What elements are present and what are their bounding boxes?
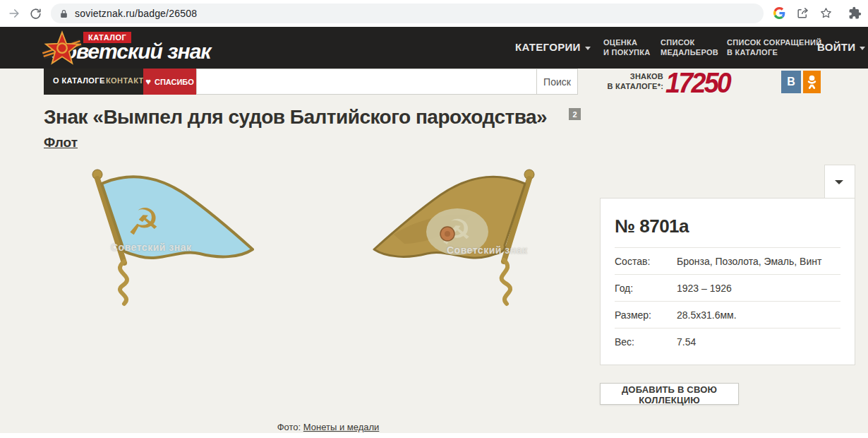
order-star-icon [42, 30, 82, 69]
caret-down-icon [835, 180, 843, 184]
share-icon[interactable] [795, 5, 810, 20]
info-row-material: Состав: Бронза, Позолота, Эмаль, Винт [615, 247, 840, 274]
photo-credit-link[interactable]: Монеты и медали [303, 422, 380, 432]
nav-abbreviations-list[interactable]: СПИСОК СОКРАЩЕНИЙВ КАТАЛОГЕ [727, 37, 821, 57]
nav-medalists-list[interactable]: СПИСОКМЕДАЛЬЕРОВ [661, 37, 718, 57]
forward-icon[interactable] [6, 5, 23, 22]
badge-counter-label: ЗНАКОВ В КАТАЛОГЕ*: [596, 71, 663, 91]
chevron-down-icon [860, 47, 865, 50]
variant-count-badge: 2 [569, 108, 581, 120]
subnav-thanks-button[interactable]: ♥ СПАСИБО [143, 69, 196, 95]
watermark-text: Советский знак [111, 242, 191, 253]
bookmark-star-icon[interactable] [818, 5, 833, 20]
info-row-weight: Вес: 7.54 [615, 328, 840, 355]
badge-photo-obverse[interactable]: ☭ Советский знак [78, 164, 311, 309]
extensions-puzzle-icon[interactable] [847, 5, 862, 20]
ok-odnoklassniki-icon[interactable] [803, 71, 821, 93]
badge-number: № 8701а [615, 199, 840, 247]
search-input[interactable] [196, 69, 536, 95]
google-icon[interactable] [771, 5, 787, 20]
heart-icon: ♥ [145, 77, 151, 86]
page-title: Знак «Вымпел для судов Балтийского парох… [44, 106, 547, 129]
nav-categories[interactable]: КАТЕГОРИИ [515, 41, 591, 53]
photo-credit: Фото: Монеты и медали [226, 422, 430, 432]
card-dropdown-tab[interactable] [824, 165, 855, 199]
add-to-collection-button[interactable]: ДОБАВИТЬ В СВОЮ КОЛЛЕКЦИЮ [600, 383, 739, 405]
reload-icon[interactable] [27, 5, 44, 22]
login-button[interactable]: ВОЙТИ [817, 41, 865, 53]
watermark-text: Советский знак [447, 244, 527, 256]
category-link-fleet[interactable]: Флот [44, 135, 78, 150]
vk-icon[interactable]: В [781, 71, 801, 93]
page: sovietznak.ru/badge/26508 Советский знак [0, 0, 868, 438]
badge-counter-value: 17250 [665, 66, 730, 100]
badge-info-card: № 8701а Состав: Бронза, Позолота, Эмаль,… [600, 198, 855, 365]
url-text: sovietznak.ru/badge/26508 [75, 8, 197, 19]
badge-photo-reverse[interactable]: ☭ Советский знак [351, 164, 584, 309]
browser-toolbar: sovietznak.ru/badge/26508 [0, 0, 868, 27]
page-bottom-strip [0, 433, 868, 438]
chevron-down-icon [585, 47, 591, 50]
site-logo[interactable]: Советский знак КАТАЛОГ [42, 28, 226, 68]
hammer-sickle-icon: ☭ [127, 201, 160, 242]
lock-icon [59, 9, 68, 18]
info-row-size: Размер: 28.5х31.6мм. [615, 301, 840, 328]
site-header: Советский знак КАТАЛОГ КАТЕГОРИИ ОЦЕНКАИ… [0, 27, 868, 69]
search-button[interactable]: Поиск [536, 69, 578, 95]
nav-valuation-purchase[interactable]: ОЦЕНКАИ ПОКУПКА [603, 37, 651, 57]
subnav-about-link[interactable]: О КАТАЛОГЕ [53, 76, 105, 85]
info-row-year: Год: 1923 – 1926 [615, 274, 840, 301]
url-bar[interactable]: sovietznak.ru/badge/26508 [51, 4, 764, 23]
logo-catalog-tag: КАТАЛОГ [83, 32, 131, 43]
